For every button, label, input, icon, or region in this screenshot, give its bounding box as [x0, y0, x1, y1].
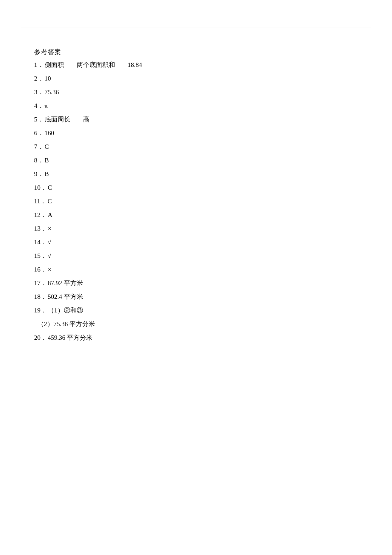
answer-value: 75.36 平方分米: [54, 317, 95, 331]
separator: ．: [40, 263, 47, 276]
answer-number: 17: [34, 276, 40, 290]
answer-value: 18.84: [128, 58, 142, 72]
answer-value: C: [45, 140, 49, 153]
separator: ．: [40, 304, 47, 317]
separator: ．: [40, 290, 47, 304]
separator: ．: [37, 126, 44, 140]
answer-number: 20: [34, 331, 40, 344]
answer-2: 2． 10: [34, 72, 358, 85]
separator: ．: [37, 85, 44, 99]
answer-value: 10: [45, 72, 51, 85]
separator: ．: [37, 99, 44, 113]
answer-number: 6: [34, 126, 37, 140]
answer-number: 14: [34, 235, 40, 249]
answer-11: 11． C: [34, 194, 358, 208]
answer-value: ②和③: [64, 304, 83, 317]
answer-number: 16: [34, 263, 40, 276]
answer-value: B: [45, 167, 49, 181]
answer-number: 1: [34, 58, 37, 72]
answer-number: 3: [34, 85, 37, 99]
answer-6: 6． 160: [34, 126, 358, 140]
answer-value: ×: [48, 263, 51, 276]
answer-value: C: [48, 181, 52, 194]
separator: ．: [40, 235, 47, 249]
separator: ．: [40, 194, 46, 208]
separator: ．: [37, 72, 44, 85]
answer-12: 12． A: [34, 208, 358, 222]
separator: ．: [40, 208, 47, 222]
answer-value: √: [48, 249, 51, 263]
answer-3: 3． 75.36: [34, 85, 358, 99]
answer-number: 2: [34, 72, 37, 85]
answer-5: 5． 底面周长 高: [34, 113, 358, 126]
answer-20: 20． 459.36 平方分米: [34, 331, 358, 344]
separator: ．: [40, 249, 47, 263]
answer-number: 10: [34, 181, 40, 194]
separator: ．: [37, 58, 44, 72]
answer-value: A: [48, 208, 52, 222]
answer-number: 18: [34, 290, 40, 304]
answer-value: ×: [48, 222, 51, 235]
separator: ．: [40, 222, 47, 235]
answer-value: 两个底面积和: [77, 58, 115, 72]
answer-number: 11: [34, 194, 40, 208]
answer-number: 4: [34, 99, 37, 113]
answer-number: 8: [34, 153, 37, 167]
answer-value: 160: [45, 126, 55, 140]
answer-15: 15． √: [34, 249, 358, 263]
answer-19: 19． （1） ②和③: [34, 304, 358, 317]
separator: ．: [37, 113, 44, 126]
answer-14: 14． √: [34, 235, 358, 249]
answer-value: 高: [83, 113, 89, 126]
answer-number: 7: [34, 140, 37, 153]
answer-value: B: [45, 153, 49, 167]
content-area: 参考答案 1． 侧面积 两个底面积和 18.84 2． 10 3． 75.36 …: [34, 46, 358, 344]
answer-value: 459.36 平方分米: [48, 331, 92, 344]
answer-18: 18． 502.4 平方米: [34, 290, 358, 304]
answer-10: 10． C: [34, 181, 358, 194]
answer-16: 16． ×: [34, 263, 358, 276]
answer-value: 侧面积: [45, 58, 64, 72]
answer-19-sub2: （2） 75.36 平方分米: [37, 317, 358, 331]
separator: ．: [40, 331, 47, 344]
answer-number: 19: [34, 304, 40, 317]
separator: ．: [37, 153, 44, 167]
answer-key-title: 参考答案: [34, 46, 358, 58]
answer-value: 502.4 平方米: [48, 290, 83, 304]
sub-label: （1）: [48, 304, 64, 317]
answer-number: 15: [34, 249, 40, 263]
answer-7: 7． C: [34, 140, 358, 153]
answer-value: π: [45, 99, 48, 113]
page-top-border: [21, 28, 371, 28]
separator: ．: [40, 181, 47, 194]
answer-value: 75.36: [45, 85, 59, 99]
separator: ．: [40, 276, 47, 290]
answer-number: 5: [34, 113, 37, 126]
answer-17: 17． 87.92 平方米: [34, 276, 358, 290]
answer-4: 4． π: [34, 99, 358, 113]
answer-number: 9: [34, 167, 37, 181]
answer-number: 12: [34, 208, 40, 222]
sub-label: （2）: [37, 317, 54, 331]
answer-9: 9． B: [34, 167, 358, 181]
answer-value: C: [47, 194, 52, 208]
separator: ．: [37, 167, 44, 181]
answer-8: 8． B: [34, 153, 358, 167]
answer-value: 87.92 平方米: [48, 276, 83, 290]
answer-number: 13: [34, 222, 40, 235]
answer-1: 1． 侧面积 两个底面积和 18.84: [34, 58, 358, 72]
answer-value: √: [48, 235, 51, 249]
separator: ．: [37, 140, 44, 153]
answer-value: 底面周长: [45, 113, 70, 126]
answer-13: 13． ×: [34, 222, 358, 235]
